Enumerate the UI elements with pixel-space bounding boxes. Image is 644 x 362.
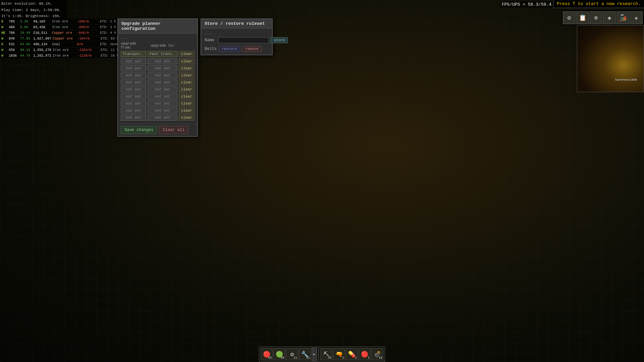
store-restore-title: Store / restore ruleset bbox=[201, 19, 272, 28]
hotbar-slot-4[interactable]: 🔧 11 bbox=[299, 348, 311, 360]
upgrade-from-btn-10[interactable]: not set bbox=[121, 115, 146, 121]
upgrade-headers: upgrade from: upgrade to: bbox=[121, 42, 195, 50]
hotbar-scroll-btn[interactable]: ▶ bbox=[312, 348, 317, 361]
upgrade-from-btn-6[interactable]: not set bbox=[121, 86, 146, 93]
upgrade-from-btn-8[interactable]: not set bbox=[121, 101, 146, 107]
upgrade-to-btn-6[interactable]: not set bbox=[148, 86, 177, 93]
zoom-icon[interactable]: ⊕ bbox=[590, 11, 602, 24]
game-toolbar: ⚙ 📋 ⊕ ◈ 🚂 ★ bbox=[561, 10, 644, 25]
upgrade-row-2: not set not set clear bbox=[121, 58, 195, 64]
upgrade-planner-body: --- upgrade from: upgrade to: Transport … bbox=[118, 34, 197, 124]
upgrade-clear-btn-2[interactable]: clear bbox=[179, 58, 195, 64]
upgrade-row-10: not set not set clear bbox=[121, 115, 195, 121]
upgrade-to-header: upgrade to: bbox=[151, 44, 184, 48]
upgrade-to-btn-7[interactable]: not set bbox=[148, 94, 177, 100]
upgrade-from-header: upgrade from: bbox=[121, 42, 149, 50]
save-changes-button[interactable]: Save changes bbox=[121, 126, 157, 134]
hotbar-slot-2[interactable]: 🟢 88 bbox=[273, 348, 285, 360]
upgrade-row-3: not set not set clear bbox=[121, 65, 195, 71]
upgrade-from-btn-4[interactable]: not set bbox=[121, 72, 146, 78]
upgrade-to-btn-8[interactable]: not set bbox=[148, 101, 177, 107]
upgrade-from-btn-7[interactable]: not set bbox=[121, 94, 146, 100]
toolbar-divider bbox=[318, 348, 319, 361]
upgrade-from-btn-2[interactable]: not set bbox=[121, 58, 146, 64]
train-icon[interactable]: 🚂 bbox=[616, 11, 629, 24]
upgrade-from-btn-3[interactable]: not set bbox=[121, 65, 146, 71]
fps-display: FPS/UPS = 58.3/59.4 bbox=[500, 1, 553, 8]
store-name-row: Name store bbox=[205, 37, 269, 43]
biter-evolution-label: Biter evolution: 86.1%. bbox=[1, 1, 52, 7]
remove-button[interactable]: remove bbox=[242, 46, 262, 52]
minimap-background bbox=[577, 25, 644, 92]
upgrade-clear-btn-9[interactable]: clear bbox=[179, 108, 195, 114]
research-prompt: Press T to start a new research. bbox=[553, 0, 644, 8]
upgrade-row-9: not set not set clear bbox=[121, 108, 195, 114]
upgrade-clear-btn-6[interactable]: clear bbox=[179, 86, 195, 93]
store-restore-separator: --- bbox=[205, 31, 269, 37]
upgrade-planner-dialog: Upgrade planner configuration --- upgrad… bbox=[117, 18, 198, 137]
minimap[interactable]: hanthony1999 bbox=[577, 25, 644, 92]
upgrade-to-btn-3[interactable]: not set bbox=[148, 65, 177, 71]
upgrade-to-btn-1[interactable]: Fast transport belt bbox=[148, 51, 177, 57]
belts-row: Belts restore remove bbox=[205, 46, 269, 52]
upgrade-clear-btn-4[interactable]: clear bbox=[179, 72, 195, 78]
player-name-label: hanthony1999 bbox=[615, 78, 637, 82]
belts-label: Belts bbox=[205, 47, 217, 51]
brightness-label: It's 1:45. Brightness: 15%. bbox=[1, 13, 61, 19]
upgrade-to-btn-10[interactable]: not set bbox=[148, 115, 177, 121]
upgrade-row-6: not set not set clear bbox=[121, 86, 195, 93]
hotbar-slot-9[interactable]: 💣 18 bbox=[371, 348, 383, 360]
upgrade-row-4: not set not set clear bbox=[121, 72, 195, 78]
upgrade-clear-btn-1[interactable]: clear bbox=[179, 51, 195, 57]
upgrade-to-btn-4[interactable]: not set bbox=[148, 72, 177, 78]
upgrade-to-btn-2[interactable]: not set bbox=[148, 58, 177, 64]
hotbar-slot-3[interactable]: ⚙ 11 bbox=[286, 348, 298, 360]
hotbar-slot-1[interactable]: 🔴 50 bbox=[261, 348, 273, 360]
store-name-input[interactable] bbox=[218, 37, 269, 43]
hotbar-slot-6[interactable]: 🔫 1 bbox=[333, 348, 345, 360]
map-icon[interactable]: ◈ bbox=[603, 11, 616, 24]
store-restore-dialog: Store / restore ruleset --- Name store B… bbox=[201, 18, 273, 55]
upgrade-row-7: not set not set clear bbox=[121, 94, 195, 100]
hotbar-slot-7[interactable]: 💊 1 bbox=[346, 348, 358, 360]
clear-all-button[interactable]: Clear all bbox=[159, 126, 188, 134]
bottom-toolbar: 🔴 50 🟢 88 ⚙ 11 🔧 11 ▶ ⛏ 10 🔫 1 💊 1 🔴 1 💣… bbox=[259, 347, 385, 362]
upgrade-to-btn-5[interactable]: not set bbox=[148, 79, 177, 85]
restore-button[interactable]: restore bbox=[219, 46, 240, 52]
upgrade-clear-btn-3[interactable]: clear bbox=[179, 65, 195, 71]
upgrade-row-8: not set not set clear bbox=[121, 101, 195, 107]
upgrade-to-btn-9[interactable]: not set bbox=[148, 108, 177, 114]
hotbar-slot-5[interactable]: ⛏ 10 bbox=[320, 348, 332, 360]
achievement-icon[interactable]: ★ bbox=[630, 11, 643, 24]
blueprint-icon[interactable]: 📋 bbox=[576, 11, 589, 24]
upgrade-clear-btn-5[interactable]: clear bbox=[179, 79, 195, 85]
upgrade-clear-btn-10[interactable]: clear bbox=[179, 115, 195, 121]
store-button[interactable]: store bbox=[271, 37, 288, 43]
upgrade-row-5: not set not set clear bbox=[121, 79, 195, 85]
upgrade-planner-separator: --- bbox=[121, 36, 195, 42]
upgrade-from-btn-5[interactable]: not set bbox=[121, 79, 146, 85]
upgrade-from-btn-9[interactable]: not set bbox=[121, 108, 146, 114]
upgrade-planner-title: Upgrade planner configuration bbox=[118, 19, 197, 34]
upgrade-row-1: Transport belt Fast transport belt clear bbox=[121, 51, 195, 57]
hotbar-slot-8[interactable]: 🔴 1 bbox=[359, 348, 371, 360]
upgrade-clear-btn-8[interactable]: clear bbox=[179, 101, 195, 107]
store-name-label: Name bbox=[205, 38, 216, 43]
stats-panel: Biter evolution: 86.1%. Play time: 2 day… bbox=[0, 0, 67, 20]
upgrade-clear-btn-7[interactable]: clear bbox=[179, 94, 195, 100]
store-restore-body: --- Name store Belts restore remove bbox=[201, 28, 272, 55]
play-time-label: Play time: 2 days, 1:50:09. bbox=[1, 7, 61, 13]
upgrade-from-btn-1[interactable]: Transport belt bbox=[121, 51, 146, 57]
upgrade-planner-footer: Save changes Clear all bbox=[118, 124, 197, 136]
settings-icon[interactable]: ⚙ bbox=[563, 11, 576, 24]
